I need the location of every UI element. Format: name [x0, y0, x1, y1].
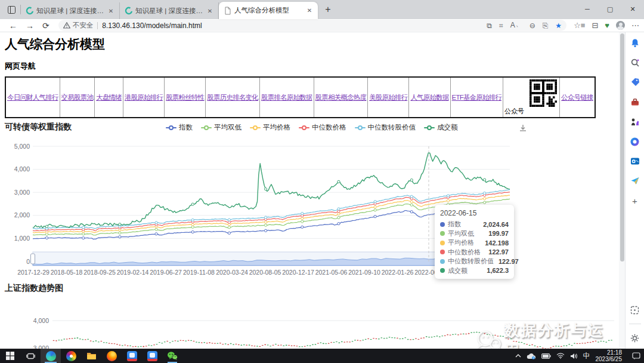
- split-screen-icon[interactable]: ⎘: [543, 21, 549, 30]
- legend-item[interactable]: 成交额: [424, 123, 458, 132]
- qr-generate-icon[interactable]: ⌗: [499, 21, 503, 30]
- favorites-bar-icon[interactable]: ☆≡: [574, 21, 585, 30]
- tab-title: 人气综合分析模型: [234, 6, 302, 15]
- convertible-bond-line-chart[interactable]: 01,0002,0003,0004,0005,000: [0, 141, 619, 277]
- tray-onedrive-icon[interactable]: [527, 353, 536, 359]
- taskbar-file-explorer-icon[interactable]: [81, 349, 101, 363]
- tab-title: 知识星球 | 深度连接铁杆粉丝，: [36, 7, 104, 16]
- minimize-button[interactable]: ─: [576, 0, 599, 18]
- wechat-logo-icon: [476, 330, 501, 349]
- tab-title: 知识星球 | 深度连接铁杆粉丝，: [135, 7, 203, 16]
- nav-section-title: 网页导航: [5, 61, 36, 72]
- svg-text:4,000: 4,000: [33, 317, 49, 324]
- taskbar-browser-icon[interactable]: [61, 349, 81, 363]
- collections-icon[interactable]: ⊟: [592, 21, 598, 30]
- legend-item[interactable]: 中位数价格: [299, 123, 346, 132]
- back-button[interactable]: ←: [9, 21, 17, 30]
- tab-active-model[interactable]: 人气综合分析模型 ✕: [219, 2, 318, 19]
- svg-text:2,000: 2,000: [14, 211, 30, 219]
- tab-actions-menu-button[interactable]: [4, 2, 19, 17]
- tray-chevron-icon[interactable]: [515, 354, 521, 358]
- read-aloud-icon[interactable]: A﹅: [510, 20, 522, 30]
- shopping-tag-icon[interactable]: [629, 76, 641, 88]
- chart-tooltip: 2022-06-15 指数2,024.64 平均双低199.97 平均价格142…: [435, 205, 514, 279]
- svg-text:3,000: 3,000: [33, 344, 49, 349]
- watermark: 数据分析与运用: [476, 320, 619, 349]
- maximize-button[interactable]: ▢: [599, 0, 621, 18]
- edge-sidebar: +: [625, 32, 644, 349]
- drop-paper-plane-icon[interactable]: [629, 175, 641, 187]
- notification-center-icon[interactable]: [632, 352, 640, 359]
- scrollbar-thumb[interactable]: [620, 33, 624, 262]
- nav-link-history-rank[interactable]: 股票历史排名变化: [207, 94, 258, 101]
- start-button[interactable]: [0, 349, 20, 363]
- warning-triangle-icon: [63, 22, 70, 29]
- browser-essentials-icon[interactable]: ♥: [605, 21, 609, 30]
- tab-close-icon[interactable]: ✕: [305, 6, 314, 16]
- taskbar-remote-app-icon-2[interactable]: [142, 349, 162, 363]
- nav-link-rank-raw[interactable]: 股票排名原始数据: [261, 94, 312, 101]
- save-as-image-button[interactable]: [519, 124, 527, 135]
- send-to-device-icon[interactable]: ⧉: [487, 21, 492, 30]
- ime-indicator[interactable]: 中: [583, 351, 590, 361]
- close-button[interactable]: ✕: [621, 0, 644, 18]
- zoom-out-icon[interactable]: ⊖: [530, 21, 535, 30]
- tray-wifi-icon[interactable]: [556, 353, 565, 359]
- svg-text:3,000: 3,000: [14, 189, 30, 196]
- favorite-star-icon[interactable]: ★: [555, 21, 562, 30]
- sidebar-settings-gear-icon[interactable]: [629, 332, 641, 344]
- taskbar-remote-app-icon[interactable]: [122, 349, 142, 363]
- document-favicon-icon: [224, 7, 232, 15]
- task-view-button[interactable]: [20, 349, 41, 363]
- chart-legend: 指数 平均双低 平均价格 中位数价格 中位数转股价值 成交额: [166, 123, 458, 132]
- taskbar-wechat-icon[interactable]: [162, 349, 182, 363]
- nav-link-wencai[interactable]: 今日问财人气排行: [7, 94, 58, 101]
- chart1-title: 可转债等权重指数: [5, 122, 72, 133]
- svg-text:4,000: 4,000: [14, 165, 30, 173]
- nav-link-etf-rank[interactable]: ETF基金原始排行: [452, 94, 502, 101]
- legend-item[interactable]: 指数: [166, 123, 193, 132]
- refresh-button[interactable]: ⟳: [42, 21, 49, 30]
- notifications-bell-icon[interactable]: [629, 37, 641, 49]
- tab-close-icon[interactable]: ✕: [205, 6, 215, 16]
- search-icon[interactable]: [629, 57, 641, 69]
- zsxq-favicon-icon: [26, 7, 34, 15]
- tab-zsxq-2[interactable]: 知识星球 | 深度连接铁杆粉丝， ✕: [120, 2, 219, 19]
- site-security[interactable]: 不安全: [63, 21, 94, 30]
- tray-volume-icon[interactable]: [570, 353, 578, 359]
- copilot-icon[interactable]: [629, 136, 641, 147]
- url-text[interactable]: 8.130.46.130/models/main.html: [102, 21, 487, 30]
- games-icon[interactable]: [629, 116, 641, 128]
- nav-link-concept-heat[interactable]: 股票相关概念热度: [315, 94, 367, 101]
- legend-item[interactable]: 中位数转股价值: [355, 123, 416, 132]
- nav-link-stock-pool[interactable]: 交易股票池: [61, 94, 94, 101]
- sidebar-customize-plus-icon[interactable]: +: [629, 195, 641, 207]
- taskbar-edge-icon[interactable]: [41, 349, 61, 363]
- new-tab-button[interactable]: +: [320, 2, 336, 17]
- zsxq-favicon-icon: [125, 7, 133, 15]
- taskbar-clock[interactable]: 21:182023/6/25: [596, 349, 623, 362]
- nav-link-popularity-raw[interactable]: 人气原始数据: [410, 94, 448, 101]
- browser-window: 知识星球 | 深度连接铁杆粉丝， ✕ 知识星球 | 深度连接铁杆粉丝， ✕ 人气…: [0, 0, 644, 363]
- settings-menu-icon[interactable]: ⋯: [631, 21, 639, 30]
- page-scrollbar[interactable]: [619, 32, 625, 349]
- nav-link-us-rank[interactable]: 美股原始排行: [369, 94, 407, 101]
- profile-avatar[interactable]: [616, 21, 625, 30]
- taskbar-firefox-icon[interactable]: [101, 349, 122, 363]
- legend-item[interactable]: 平均价格: [250, 123, 290, 132]
- tray-battery-icon[interactable]: [541, 353, 551, 359]
- nav-link-market-sentiment[interactable]: 大盘情绪: [96, 94, 122, 101]
- toolbox-icon[interactable]: [629, 96, 641, 108]
- nav-link-gongzhonghao[interactable]: 公众号链接: [561, 94, 593, 101]
- screenshot-tool-icon[interactable]: [629, 304, 641, 316]
- forward-button[interactable]: →: [26, 21, 34, 30]
- download-icon: [519, 124, 527, 133]
- nav-link-hk-rank[interactable]: 港股原始排行: [125, 94, 163, 101]
- tab-close-icon[interactable]: ✕: [106, 6, 116, 16]
- address-bar[interactable]: 不安全 8.130.46.130/models/main.html ⧉ ⌗ A﹅…: [58, 20, 566, 31]
- outlook-icon[interactable]: [629, 155, 641, 167]
- legend-item[interactable]: 平均双低: [201, 123, 242, 132]
- nav-link-fans[interactable]: 股票粉丝特性: [166, 94, 204, 101]
- tab-zsxq-1[interactable]: 知识星球 | 深度连接铁杆粉丝， ✕: [21, 2, 120, 19]
- chart2-title: 上证指数趋势图: [5, 283, 63, 294]
